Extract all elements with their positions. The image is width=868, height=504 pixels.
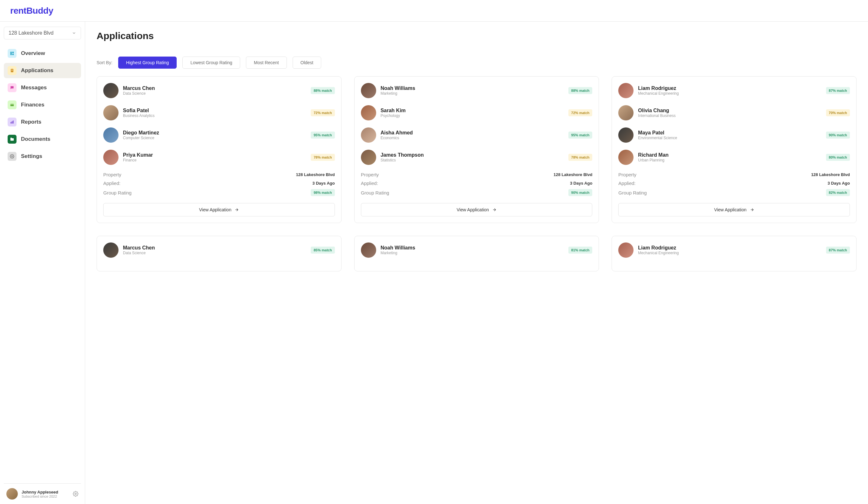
match-badge: 85% match xyxy=(311,247,334,254)
sidebar-item-messages[interactable]: Messages xyxy=(4,80,81,95)
view-application-button[interactable]: View Application xyxy=(361,203,592,216)
svg-point-12 xyxy=(75,493,76,495)
meta-label-applied: Applied: xyxy=(361,181,378,186)
applicant-name: Priya Kumar xyxy=(123,152,306,158)
applicant-name: Sofia Patel xyxy=(123,108,306,113)
messages-icon xyxy=(8,83,17,92)
applicant-row: Diego MartinezComputer Science95% match xyxy=(103,127,335,143)
sidebar-item-settings[interactable]: Settings xyxy=(4,149,81,164)
sidebar-item-reports[interactable]: Reports xyxy=(4,114,81,130)
sort-highest-group-rating[interactable]: Highest Group Rating xyxy=(118,56,177,69)
meta-label-property: Property xyxy=(103,172,121,177)
applicant-major: Data Science xyxy=(123,251,306,255)
applicant-row: Marcus ChenData Science88% match xyxy=(103,83,335,98)
arrow-right-icon xyxy=(750,207,754,212)
sidebar-item-label: Reports xyxy=(21,119,41,125)
match-badge: 88% match xyxy=(568,87,592,94)
applicant-avatar xyxy=(103,150,118,165)
applicant-row: Liam RodriguezMechanical Engineering87% … xyxy=(618,243,850,258)
applicant-major: Marketing xyxy=(381,251,564,255)
application-card: Marcus ChenData Science88% matchSofia Pa… xyxy=(96,76,342,223)
applicant-major: Business Analytics xyxy=(123,113,306,118)
brand-logo: rentBuddy xyxy=(10,6,53,16)
meta-value-applied: 3 Days Ago xyxy=(828,181,850,186)
match-badge: 87% match xyxy=(826,247,850,254)
applicant-row: Sarah KimPsychology72% match xyxy=(361,105,592,121)
svg-point-11 xyxy=(11,156,13,157)
applicant-name: Marcus Chen xyxy=(123,85,306,91)
applicant-name: Maya Patel xyxy=(638,130,821,136)
applicant-major: International Business xyxy=(638,113,821,118)
applicant-row: Maya PatelEnvironmental Science90% match xyxy=(618,127,850,143)
svg-rect-7 xyxy=(10,104,14,105)
meta-label-group-rating: Group Rating xyxy=(103,190,132,195)
sort-lowest-group-rating[interactable]: Lowest Group Rating xyxy=(182,56,240,69)
view-application-button[interactable]: View Application xyxy=(103,203,335,216)
match-badge: 87% match xyxy=(826,87,850,94)
svg-rect-0 xyxy=(10,52,12,55)
applicant-name: Richard Man xyxy=(638,152,821,158)
sidebar-item-label: Applications xyxy=(21,68,53,74)
reports-icon xyxy=(8,117,17,126)
applicant-avatar xyxy=(618,105,633,121)
applicant-avatar xyxy=(361,83,376,98)
applicant-avatar xyxy=(618,83,633,98)
applicant-name: Marcus Chen xyxy=(123,245,306,251)
sort-most-recent[interactable]: Most Recent xyxy=(246,56,287,69)
applicant-major: Urban Planning xyxy=(638,158,821,162)
applicant-avatar xyxy=(361,243,376,258)
sidebar-item-overview[interactable]: Overview xyxy=(4,46,81,61)
applicant-name: Noah Williams xyxy=(381,85,564,91)
property-selector-value: 128 Lakeshore Blvd xyxy=(9,30,53,36)
applicant-row: Noah WilliamsMarketing88% match xyxy=(361,83,592,98)
user-name: Johnny Appleseed xyxy=(22,490,69,494)
applicant-avatar xyxy=(361,150,376,165)
sort-oldest[interactable]: Oldest xyxy=(293,56,321,69)
applicant-row: Olivia ChangInternational Business70% ma… xyxy=(618,105,850,121)
settings-icon xyxy=(8,152,17,161)
applicant-major: Psychology xyxy=(381,113,564,118)
applicant-avatar xyxy=(618,127,633,143)
meta-value-applied: 3 Days Ago xyxy=(570,181,592,186)
overview-icon xyxy=(8,49,17,58)
applicant-avatar xyxy=(361,105,376,121)
group-match-badge: 90% match xyxy=(568,189,592,196)
match-badge: 78% match xyxy=(311,154,334,161)
applicant-name: Liam Rodriguez xyxy=(638,85,821,91)
svg-rect-2 xyxy=(12,54,14,55)
match-badge: 90% match xyxy=(826,132,850,138)
svg-rect-9 xyxy=(12,121,12,124)
gear-icon[interactable] xyxy=(73,491,79,497)
svg-rect-10 xyxy=(13,121,13,123)
applicant-avatar xyxy=(103,127,118,143)
application-card: Marcus ChenData Science85% match xyxy=(96,236,342,271)
sidebar-item-applications[interactable]: Applications xyxy=(4,63,81,78)
svg-rect-8 xyxy=(10,122,11,124)
sidebar-item-label: Settings xyxy=(21,153,42,160)
applicant-name: Diego Martinez xyxy=(123,130,306,136)
view-application-button[interactable]: View Application xyxy=(618,203,850,216)
sidebar-item-documents[interactable]: Documents xyxy=(4,132,81,147)
applicant-major: Finance xyxy=(123,158,306,162)
sidebar-item-finances[interactable]: Finances xyxy=(4,97,81,113)
svg-rect-6 xyxy=(10,104,14,106)
finances-icon xyxy=(8,100,17,109)
group-match-badge: 82% match xyxy=(826,189,850,196)
property-selector[interactable]: 128 Lakeshore Blvd xyxy=(4,27,81,39)
applicant-row: Liam RodriguezMechanical Engineering87% … xyxy=(618,83,850,98)
applications-icon xyxy=(8,66,17,75)
view-application-label: View Application xyxy=(714,207,747,212)
user-avatar xyxy=(6,488,18,500)
applicant-name: Liam Rodriguez xyxy=(638,245,821,251)
match-badge: 80% match xyxy=(826,154,850,161)
applicant-major: Statistics xyxy=(381,158,564,162)
applicant-name: Aisha Ahmed xyxy=(381,130,564,136)
meta-value-applied: 3 Days Ago xyxy=(312,181,334,186)
arrow-right-icon xyxy=(235,207,239,212)
application-card: Noah WilliamsMarketing81% match xyxy=(354,236,599,271)
applicant-name: James Thompson xyxy=(381,152,564,158)
page-title: Applications xyxy=(96,31,857,41)
documents-icon xyxy=(8,135,17,144)
applicant-row: Marcus ChenData Science85% match xyxy=(103,243,335,258)
match-badge: 78% match xyxy=(568,154,592,161)
